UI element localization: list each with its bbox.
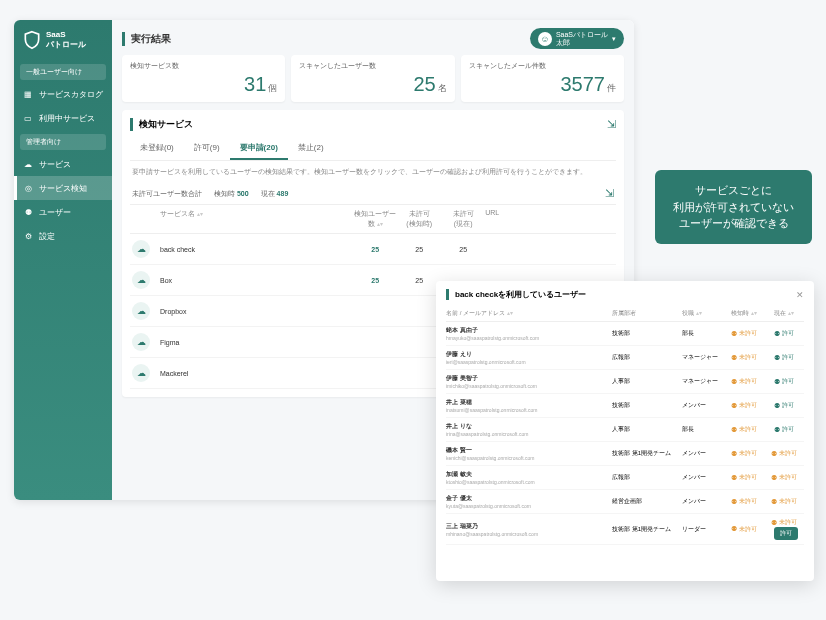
gear-icon: ⚙ (22, 230, 34, 242)
person-icon: ⚉ (774, 378, 780, 386)
grid-icon: ▦ (22, 88, 34, 100)
user-row: 伊藤 美智子imichiko@saaspatrolstg.onmicrosoft… (446, 370, 804, 394)
person-icon: ⚉ (774, 354, 780, 362)
user-row: 伊藤 えりieri@saaspatrolstg.onmicrosoft.com … (446, 346, 804, 370)
user-row: 井上 菜穂inatsumi@saaspatrolstg.onmicrosoft.… (446, 394, 804, 418)
cloud-icon: ☁ (132, 333, 150, 351)
user-row: 磯本 賢一kenichi@saaspatrolstg.onmicrosoft.c… (446, 442, 804, 466)
panel-title: 検知サービス (130, 118, 193, 131)
logo: SaaSパトロール (14, 20, 112, 60)
person-icon: ⚉ (731, 498, 737, 506)
status-badge: ⚉許可 (774, 425, 794, 434)
user-name: SaaSパトロール 太郎 (556, 31, 608, 46)
panel-description: 要申請サービスを利用しているユーザーの検知結果です。検知ユーザー数をクリックで、… (130, 161, 616, 183)
status-badge: ⚉許可 (774, 377, 794, 386)
status-badge: ⚉未許可 (771, 449, 797, 458)
scan-icon: ◎ (22, 182, 34, 194)
sidebar-item-users[interactable]: ⚉ユーザー (14, 200, 112, 224)
person-icon: ⚉ (731, 525, 737, 533)
page-title: 実行結果 (122, 32, 171, 46)
stat-emails: スキャンしたメール件数 3577件 (461, 55, 624, 102)
status-badge: ⚉未許可 (731, 425, 757, 434)
user-row: 蛯本 真由子hmayuko@saaspatrolstg.onmicrosoft.… (446, 322, 804, 346)
cloud-icon: ☁ (132, 302, 150, 320)
user-row: 金子 優太kyuta@saaspatrolstg.onmicrosoft.com… (446, 490, 804, 514)
sidebar-item-services[interactable]: ☁サービス (14, 152, 112, 176)
tab-banned[interactable]: 禁止(2) (288, 137, 334, 160)
user-modal: back checkを利用しているユーザー ✕ 名前 / メールアドレス▴▾ 所… (436, 281, 814, 581)
person-icon: ⚉ (731, 354, 737, 362)
status-badge: ⚉未許可 (771, 497, 797, 506)
close-icon[interactable]: ✕ (796, 290, 804, 300)
callout-bubble: サービスごとに 利用が許可されていない ユーザーが確認できる (655, 170, 812, 244)
user-menu[interactable]: ☺ SaaSパトロール 太郎 ▾ (530, 28, 624, 49)
sidebar: SaaSパトロール 一般ユーザー向け ▦サービスカタログ ▭利用中サービス 管理… (14, 20, 112, 500)
table-row[interactable]: ☁ back check 25 25 25 (130, 234, 616, 265)
person-icon: ⚉ (731, 450, 737, 458)
person-icon: ⚉ (731, 402, 737, 410)
person-icon: ⚉ (731, 426, 737, 434)
status-badge: ⚉未許可 (731, 497, 757, 506)
person-icon: ⚉ (771, 519, 777, 527)
status-badge: ⚉許可 (774, 353, 794, 362)
cloud-icon: ☁ (22, 158, 34, 170)
sidebar-item-detection[interactable]: ◎サービス検知 (14, 176, 112, 200)
stat-users: スキャンしたユーザー数 25名 (291, 55, 454, 102)
avatar-icon: ☺ (538, 32, 552, 46)
users-icon: ⚉ (22, 206, 34, 218)
status-badge: ⚉未許可 (731, 473, 757, 482)
user-row: 三上 瑞菜乃mhinano@saaspatrolstg.onmicrosoft.… (446, 514, 804, 545)
person-icon: ⚉ (731, 474, 737, 482)
tab-allowed[interactable]: 許可(9) (184, 137, 230, 160)
cloud-icon: ☁ (132, 364, 150, 382)
sidebar-section-admin: 管理者向け (20, 134, 106, 150)
status-badge: ⚉未許可 (731, 449, 757, 458)
allow-button[interactable]: 許可 (774, 527, 798, 540)
person-icon: ⚉ (731, 378, 737, 386)
export-icon[interactable]: ⇲ (607, 118, 616, 131)
sidebar-item-catalog[interactable]: ▦サービスカタログ (14, 82, 112, 106)
app-icon: ▭ (22, 112, 34, 124)
summary-bar: 未許可ユーザー数合計 検知時 500 現在 489 ⇲ (130, 183, 616, 205)
export-icon-2[interactable]: ⇲ (605, 187, 614, 200)
status-badge: ⚉未許可 (731, 525, 757, 534)
status-badge: ⚉未許可 (771, 473, 797, 482)
tabs: 未登録(0) 許可(9) 要申請(20) 禁止(2) (130, 137, 616, 161)
cloud-icon: ☁ (132, 240, 150, 258)
status-badge: ⚉未許可 (731, 401, 757, 410)
shield-icon (22, 30, 42, 50)
stat-services: 検知サービス数 31個 (122, 55, 285, 102)
user-row: 井上 りなirina@saaspatrolstg.onmicrosoft.com… (446, 418, 804, 442)
status-badge: ⚉未許可 (731, 353, 757, 362)
person-icon: ⚉ (774, 426, 780, 434)
tab-unregistered[interactable]: 未登録(0) (130, 137, 184, 160)
person-icon: ⚉ (771, 498, 777, 506)
status-badge: ⚉許可 (774, 329, 794, 338)
sidebar-item-settings[interactable]: ⚙設定 (14, 224, 112, 248)
person-icon: ⚉ (774, 330, 780, 338)
status-badge: ⚉許可 (774, 401, 794, 410)
modal-title: back checkを利用しているユーザー (455, 289, 586, 300)
cloud-icon: ☁ (132, 271, 150, 289)
status-badge: ⚉未許可 (731, 329, 757, 338)
person-icon: ⚉ (771, 450, 777, 458)
stats-row: 検知サービス数 31個 スキャンしたユーザー数 25名 スキャンしたメール件数 … (122, 55, 624, 102)
sidebar-item-inuse[interactable]: ▭利用中サービス (14, 106, 112, 130)
tab-pending[interactable]: 要申請(20) (230, 137, 288, 160)
person-icon: ⚉ (731, 330, 737, 338)
sidebar-section-general: 一般ユーザー向け (20, 64, 106, 80)
person-icon: ⚉ (774, 402, 780, 410)
status-badge: ⚉未許可 (771, 518, 797, 527)
person-icon: ⚉ (771, 474, 777, 482)
user-row: 加瀬 敏夫ktoshio@saaspatrolstg.onmicrosoft.c… (446, 466, 804, 490)
status-badge: ⚉未許可 (731, 377, 757, 386)
chevron-down-icon: ▾ (612, 35, 616, 43)
